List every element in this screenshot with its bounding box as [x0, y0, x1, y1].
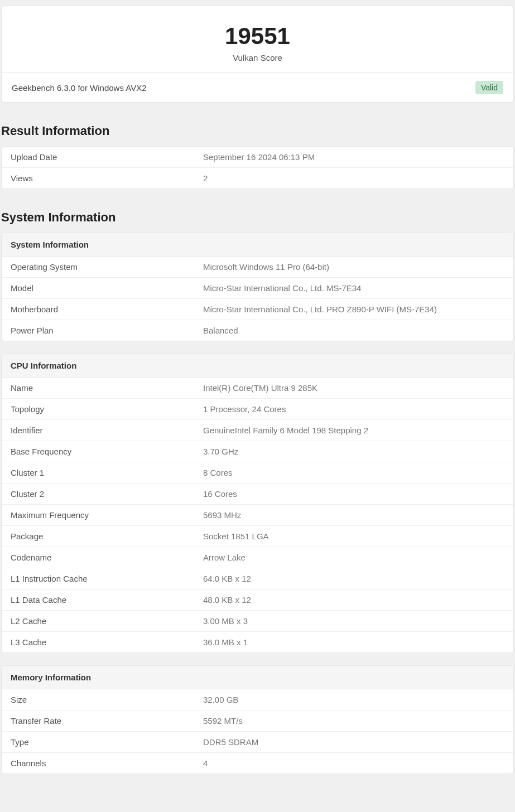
- row-key: Cluster 2: [11, 489, 203, 499]
- row-key: Transfer Rate: [11, 716, 203, 726]
- row-key: L2 Cache: [11, 616, 203, 626]
- row-val: Intel(R) Core(TM) Ultra 9 285K: [203, 383, 504, 393]
- row-key: Channels: [11, 758, 203, 768]
- row-val: 16 Cores: [203, 489, 504, 499]
- row-key: Views: [11, 173, 203, 183]
- table-row: Upload Date September 16 2024 06:13 PM: [2, 147, 513, 168]
- table-row: Operating System Microsoft Windows 11 Pr…: [2, 257, 513, 278]
- row-key: Motherboard: [11, 304, 203, 314]
- row-key: Package: [11, 531, 203, 541]
- row-val: Micro-Star International Co., Ltd. PRO Z…: [203, 304, 504, 314]
- table-header: System Information: [2, 233, 513, 257]
- system-heading: System Information: [1, 210, 515, 225]
- table-row: L1 Data Cache 48.0 KB x 12: [2, 589, 513, 611]
- row-key: L3 Cache: [11, 637, 203, 647]
- row-key: Cluster 1: [11, 468, 203, 477]
- score-card: 19551 Vulkan Score Geekbench 6.3.0 for W…: [1, 6, 514, 103]
- row-val: Microsoft Windows 11 Pro (64-bit): [203, 262, 504, 272]
- row-val: Micro-Star International Co., Ltd. MS-7E…: [203, 283, 504, 293]
- table-row: Identifier GenuineIntel Family 6 Model 1…: [2, 420, 513, 441]
- row-val: Arrow Lake: [203, 553, 504, 562]
- table-row: Motherboard Micro-Star International Co.…: [2, 299, 513, 320]
- version-text: Geekbench 6.3.0 for Windows AVX2: [12, 83, 147, 93]
- row-key: Operating System: [11, 262, 203, 272]
- memory-info-table: Memory Information Size 32.00 GB Transfe…: [1, 665, 514, 774]
- result-table: Upload Date September 16 2024 06:13 PM V…: [1, 146, 514, 189]
- table-row: Maximum Frequency 5693 MHz: [2, 505, 513, 526]
- row-val: 1 Processor, 24 Cores: [203, 404, 504, 414]
- row-val: 2: [203, 173, 504, 183]
- table-header: CPU Information: [2, 354, 513, 378]
- row-key: L1 Instruction Cache: [11, 574, 203, 583]
- row-val: DDR5 SDRAM: [203, 737, 504, 747]
- score-top: 19551 Vulkan Score: [2, 6, 513, 72]
- table-row: Channels 4: [2, 753, 513, 774]
- table-row: Size 32.00 GB: [2, 689, 513, 710]
- system-info-table: System Information Operating System Micr…: [1, 233, 514, 341]
- row-key: Upload Date: [11, 152, 203, 162]
- row-val: 48.0 KB x 12: [203, 595, 504, 605]
- row-key: Codename: [11, 553, 203, 562]
- cpu-info-table: CPU Information Name Intel(R) Core(TM) U…: [1, 354, 514, 653]
- row-val: GenuineIntel Family 6 Model 198 Stepping…: [203, 426, 504, 435]
- row-key: Maximum Frequency: [11, 510, 203, 520]
- score-label: Vulkan Score: [2, 53, 513, 62]
- row-key: Type: [11, 737, 203, 747]
- table-row: Power Plan Balanced: [2, 320, 513, 341]
- row-val: 32.00 GB: [203, 695, 504, 704]
- row-val: Balanced: [203, 326, 504, 335]
- row-key: Base Frequency: [11, 447, 203, 456]
- table-row: Transfer Rate 5592 MT/s: [2, 710, 513, 732]
- row-val: 64.0 KB x 12: [203, 574, 504, 583]
- table-row: L1 Instruction Cache 64.0 KB x 12: [2, 568, 513, 589]
- table-row: Model Micro-Star International Co., Ltd.…: [2, 278, 513, 299]
- result-heading: Result Information: [1, 124, 515, 138]
- table-row: L3 Cache 36.0 MB x 1: [2, 632, 513, 652]
- row-key: L1 Data Cache: [11, 595, 203, 605]
- row-val: Socket 1851 LGA: [203, 531, 504, 541]
- row-val: 5693 MHz: [203, 510, 504, 520]
- row-val: 3.70 GHz: [203, 447, 504, 456]
- table-row: Package Socket 1851 LGA: [2, 526, 513, 547]
- row-val: 8 Cores: [203, 468, 504, 477]
- row-key: Topology: [11, 404, 203, 414]
- row-val: 36.0 MB x 1: [203, 637, 504, 647]
- table-row: L2 Cache 3.00 MB x 3: [2, 611, 513, 632]
- table-row: Base Frequency 3.70 GHz: [2, 441, 513, 462]
- row-val: September 16 2024 06:13 PM: [203, 152, 504, 162]
- row-key: Power Plan: [11, 326, 203, 335]
- table-row: Type DDR5 SDRAM: [2, 732, 513, 753]
- table-row: Codename Arrow Lake: [2, 547, 513, 568]
- row-key: Model: [11, 283, 203, 293]
- table-row: Topology 1 Processor, 24 Cores: [2, 399, 513, 420]
- row-key: Name: [11, 383, 203, 393]
- status-badge: Valid: [475, 81, 503, 94]
- row-val: 3.00 MB x 3: [203, 616, 504, 626]
- score-footer: Geekbench 6.3.0 for Windows AVX2 Valid: [2, 72, 513, 102]
- table-row: Views 2: [2, 168, 513, 188]
- row-key: Size: [11, 695, 203, 704]
- table-row: Cluster 1 8 Cores: [2, 462, 513, 484]
- table-header: Memory Information: [2, 666, 513, 689]
- row-val: 5592 MT/s: [203, 716, 504, 726]
- table-row: Name Intel(R) Core(TM) Ultra 9 285K: [2, 378, 513, 399]
- table-row: Cluster 2 16 Cores: [2, 484, 513, 505]
- row-val: 4: [203, 758, 504, 768]
- row-key: Identifier: [11, 426, 203, 435]
- score-value: 19551: [2, 23, 513, 50]
